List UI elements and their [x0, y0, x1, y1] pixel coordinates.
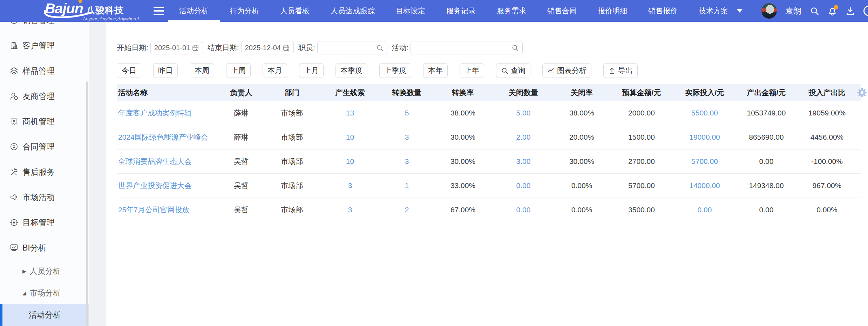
nav-overflow-caret-icon[interactable]: [737, 9, 742, 13]
sidebar-item[interactable]: 客户管理: [0, 33, 89, 58]
cell-actual_input[interactable]: 0.00: [673, 206, 736, 214]
nav-tab[interactable]: 人员看板: [280, 0, 310, 22]
sidebar-item[interactable]: BI分析: [0, 235, 89, 260]
cell-name[interactable]: 世界产业投资促进大会: [117, 181, 218, 191]
nav-tab[interactable]: 行为分析: [230, 0, 259, 22]
chart-analysis-button-label: 图表分析: [557, 66, 586, 75]
expanded-caret-icon: ◢: [22, 290, 26, 296]
nav-tab[interactable]: 技术方案: [699, 0, 728, 22]
cell-conv_rate: 30.00%: [433, 133, 493, 141]
hamburger-menu-icon[interactable]: [154, 7, 164, 15]
cell-leads[interactable]: 13: [319, 109, 381, 117]
cell-owner: 吴哲: [218, 157, 265, 166]
cell-leads[interactable]: 10: [319, 133, 381, 141]
quick-range-button[interactable]: 本年: [423, 63, 448, 78]
cell-conversions[interactable]: 2: [381, 206, 433, 214]
cell-closed[interactable]: 0.00: [493, 181, 554, 190]
sidebar-item[interactable]: 市场活动: [0, 185, 89, 210]
cell-conversions[interactable]: 3: [381, 133, 433, 141]
cell-owner: 薛琳: [218, 132, 265, 142]
cell-roi: -100.00%: [797, 157, 857, 166]
notifications-bell-icon[interactable]: [828, 6, 837, 16]
nav-tab[interactable]: 服务需求: [497, 0, 526, 22]
sidebar-item-active[interactable]: 活动分析: [0, 304, 89, 326]
sidebar-subitem[interactable]: ▶人员分析: [0, 260, 89, 282]
main-content: 开始日期: 2025-01-01 结束日期: 2025-12-04 职员:: [106, 22, 868, 326]
sidebar-item[interactable]: 样品管理: [0, 58, 89, 84]
nav-tab[interactable]: 销售合同: [547, 0, 577, 22]
cell-closed[interactable]: 2.00: [493, 133, 554, 141]
cell-owner: 薛琳: [218, 108, 265, 118]
quick-range-button[interactable]: 上年: [460, 63, 484, 78]
cell-output_amount: 0.00: [736, 206, 797, 214]
nav-tab[interactable]: 活动分析: [179, 0, 209, 22]
cell-actual_input[interactable]: 14000.00: [673, 181, 736, 190]
cell-close_rate: 30.00%: [554, 157, 610, 166]
sidebar-item[interactable]: 售后服务: [0, 159, 89, 185]
cell-output_amount: 149348.00: [736, 181, 797, 190]
cell-name[interactable]: 全球消费品牌生态大会: [117, 157, 218, 166]
cell-conversions[interactable]: 3: [381, 157, 433, 166]
download-icon[interactable]: [846, 6, 855, 16]
cell-owner: 吴哲: [218, 205, 265, 215]
nav-tab[interactable]: 目标设定: [396, 0, 425, 22]
user-name[interactable]: 袁朗: [785, 6, 801, 16]
cell-name[interactable]: 2024国际绿色能源产业峰会: [117, 132, 218, 142]
sidebar-item[interactable]: 合同管理: [0, 134, 89, 159]
column-settings-gear-icon[interactable]: [856, 87, 868, 98]
cell-actual_input[interactable]: 19000.00: [673, 133, 736, 141]
sidebar-scrollbar[interactable]: [86, 81, 88, 326]
staff-input[interactable]: [317, 41, 387, 54]
sidebar-subitem[interactable]: ◢市场分析: [0, 282, 89, 304]
cell-name[interactable]: 25年7月公司官网投放: [117, 205, 218, 215]
quick-range-button[interactable]: 本周: [190, 63, 214, 78]
sidebar-item[interactable]: 友商管理: [0, 84, 89, 109]
search-icon[interactable]: [376, 44, 384, 52]
cell-output_amount: 865690.00: [736, 133, 797, 141]
cell-closed[interactable]: 0.00: [493, 206, 554, 214]
cell-actual_input[interactable]: 5700.00: [673, 157, 736, 166]
start-date-input[interactable]: 2025-01-01: [150, 41, 203, 54]
quick-range-button[interactable]: 本月: [263, 63, 287, 78]
sidebar-item[interactable]: 商机管理: [0, 109, 89, 134]
cell-output_amount: 1053749.00: [736, 109, 797, 117]
sidebar-subitem-label: 人员分析: [30, 266, 61, 277]
cell-leads[interactable]: 3: [319, 206, 381, 214]
quick-range-button[interactable]: 本季度: [335, 63, 367, 78]
cell-name[interactable]: 年度客户成功案例特辑: [117, 108, 218, 118]
staff-label: 职员:: [298, 43, 315, 53]
sidebar-gutter: [89, 22, 106, 326]
search-icon[interactable]: [810, 6, 819, 16]
cell-conversions[interactable]: 1: [381, 181, 433, 190]
nav-tab[interactable]: 人员达成跟踪: [331, 0, 375, 22]
quick-range-button[interactable]: 今日: [117, 63, 141, 78]
nav-tab[interactable]: 报价明细: [598, 0, 627, 22]
sidebar-subitem-label: 市场分析: [30, 288, 61, 298]
cell-conv_rate: 33.00%: [433, 181, 493, 190]
cell-actual_input[interactable]: 5500.00: [673, 109, 736, 117]
sidebar-item[interactable]: 销售管理: [0, 22, 89, 33]
chart-analysis-button[interactable]: 图表分析: [542, 63, 591, 78]
export-button[interactable]: 导出: [603, 63, 638, 78]
quick-range-button[interactable]: 上月: [299, 63, 324, 78]
cell-closed[interactable]: 3.00: [493, 157, 554, 166]
sidebar-item[interactable]: 目标管理: [0, 210, 89, 235]
nav-tab[interactable]: 销售报价: [648, 0, 678, 22]
brand-logo[interactable]: Bajun 八骏科技 Anyone,Anytime,Anywhere!: [45, 0, 139, 21]
sidebar-item-label: 商机管理: [22, 116, 55, 127]
nav-tab[interactable]: 服务记录: [446, 0, 476, 22]
quick-range-button[interactable]: 上周: [226, 63, 251, 78]
quick-range-button[interactable]: 上季度: [379, 63, 411, 78]
cell-closed[interactable]: 5.00: [493, 109, 554, 117]
cell-leads[interactable]: 3: [319, 181, 381, 190]
cell-leads[interactable]: 10: [319, 157, 381, 166]
cell-close_rate: 20.00%: [554, 133, 610, 141]
avatar[interactable]: [761, 3, 777, 19]
search-icon[interactable]: [511, 44, 519, 52]
cell-conversions[interactable]: 5: [381, 109, 433, 117]
quick-range-button[interactable]: 昨日: [153, 63, 178, 78]
query-button[interactable]: 查询: [496, 63, 530, 78]
activity-input[interactable]: [411, 41, 523, 54]
end-date-input[interactable]: 2025-12-04: [241, 41, 294, 54]
partial-circle-icon[interactable]: [863, 6, 868, 16]
